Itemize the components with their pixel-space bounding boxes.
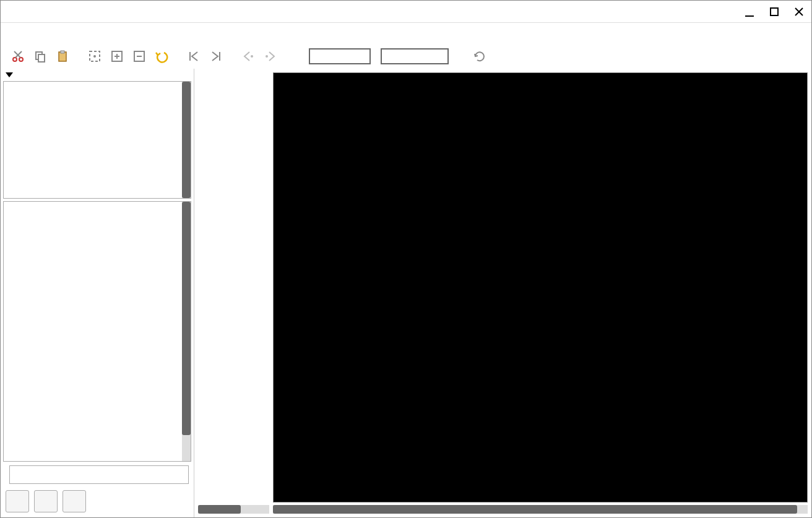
zoom-in-icon[interactable] (108, 48, 126, 65)
from-input[interactable] (309, 48, 371, 64)
undo-icon[interactable] (153, 48, 170, 65)
toolbar (1, 44, 811, 69)
paste-icon[interactable] (54, 48, 71, 65)
go-end-icon[interactable] (207, 48, 225, 65)
copy-icon[interactable] (32, 48, 49, 65)
filter-input[interactable] (9, 465, 189, 484)
insert-button[interactable] (34, 490, 58, 512)
close-button[interactable] (792, 4, 806, 19)
svg-point-22 (266, 55, 268, 58)
svg-point-21 (251, 55, 253, 58)
go-start-icon[interactable] (185, 48, 202, 65)
minimize-button[interactable] (742, 4, 757, 19)
to-input[interactable] (381, 48, 449, 64)
svg-point-4 (13, 58, 17, 61)
svg-line-7 (14, 51, 20, 58)
signal-list[interactable] (3, 201, 191, 462)
zoom-fit-icon[interactable] (86, 48, 103, 65)
append-button[interactable] (6, 490, 29, 512)
hierarchy-tree[interactable] (3, 81, 191, 199)
svg-point-5 (19, 58, 23, 61)
replace-button[interactable] (63, 490, 86, 512)
reload-icon[interactable] (471, 48, 488, 65)
maximize-button[interactable] (767, 4, 782, 19)
svg-rect-11 (61, 51, 64, 53)
prev-edge-icon[interactable] (240, 48, 257, 65)
svg-rect-9 (38, 54, 45, 62)
sst-header[interactable] (3, 71, 191, 79)
svg-point-13 (93, 55, 96, 58)
svg-rect-1 (771, 8, 778, 15)
tree-scrollbar[interactable] (182, 82, 191, 198)
collapse-icon[interactable] (6, 72, 13, 77)
signals-scrollbar[interactable] (182, 202, 191, 461)
title-bar (1, 1, 811, 23)
svg-line-6 (15, 51, 22, 58)
menu-bar (1, 23, 811, 44)
signals-hscrollbar[interactable] (198, 505, 269, 514)
wave-hscrollbar[interactable] (273, 505, 808, 514)
next-edge-icon[interactable] (262, 48, 279, 65)
zoom-out-icon[interactable] (131, 48, 148, 65)
wave-canvas[interactable] (273, 72, 808, 503)
cut-icon[interactable] (9, 48, 27, 65)
